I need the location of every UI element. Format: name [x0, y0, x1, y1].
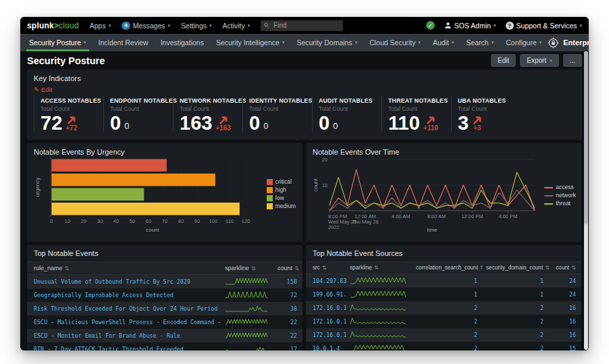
drilldown-link[interactable]: 199.66.91.253 [313, 291, 346, 298]
cell-src[interactable]: 172.16.0.149 [306, 328, 346, 342]
drilldown-link[interactable]: 10.0.1.4 [313, 345, 340, 350]
cell-security-domain-count[interactable]: 2 [483, 342, 549, 350]
nav-item-configure[interactable]: Configure▾ [500, 34, 548, 51]
health-status-icon[interactable]: ✓ [426, 21, 435, 30]
cell-src[interactable]: 172.16.0.127 [306, 301, 346, 315]
drilldown-link[interactable]: ESCU - Monitor Email For Brand Abuse - R… [34, 332, 180, 339]
cell-correlation-search-count[interactable]: 1 [413, 288, 483, 301]
kpi-audit-notables[interactable]: AUDIT NOTABLESTotal Count00 [312, 96, 381, 132]
cell-src[interactable]: 104.207.83.63 [306, 274, 346, 288]
table-row[interactable]: ESCU - Monitor Email For Brand Abuse - R… [27, 329, 302, 342]
cell-count[interactable]: 22 [274, 315, 302, 329]
topbar-item-activity[interactable]: Activity▾ [223, 22, 250, 30]
cell-security-domain-count[interactable]: 2 [483, 301, 549, 315]
cell-count[interactable]: 24 [549, 274, 581, 288]
cell-correlation-search-count[interactable]: 2 [413, 328, 483, 342]
nav-item-investigations[interactable]: Investigations [155, 34, 210, 51]
splunk-cloud-logo[interactable]: splunk>cloud [27, 21, 79, 30]
table-row[interactable]: 172.16.0.1492216 [306, 328, 581, 342]
overtime-line-chart[interactable]: 10208:00 PMWed May 25202212:00 AMThu May… [313, 156, 538, 232]
column-header-count[interactable]: count⇅ [549, 262, 581, 274]
table-row[interactable]: 172.16.0.132216 [306, 315, 581, 328]
topbar-item-settings[interactable]: Settings▾ [181, 22, 211, 30]
cell-correlation-search-count[interactable]: 1 [413, 274, 483, 288]
cell-security-domain-count[interactable]: 2 [483, 328, 549, 342]
table-row[interactable]: Risk Threshold Exceeded For Object Over … [27, 302, 302, 315]
drilldown-link[interactable]: 104.207.83.63 [313, 278, 346, 284]
cell-rule-name[interactable]: ESCU - Monitor Email For Brand Abuse - R… [27, 329, 221, 342]
drilldown-link[interactable]: 172.16.0.149 [313, 332, 346, 338]
cell-security-domain-count[interactable]: 2 [483, 315, 549, 328]
kpi-access-notables[interactable]: ACCESS NOTABLESTotal Count72+72 [34, 96, 103, 132]
table-row[interactable]: 172.16.0.1272216 [306, 301, 581, 315]
cell-src[interactable]: 172.16.0.13 [306, 315, 346, 328]
column-header-correlation-search-count[interactable]: correlation_search_count⇅ [413, 262, 483, 274]
search-box[interactable] [261, 20, 343, 31]
search-input[interactable] [272, 21, 340, 30]
cell-count[interactable]: 72 [274, 288, 302, 302]
cell-src[interactable]: 10.0.1.4 [306, 342, 346, 350]
cell-count[interactable]: 16 [549, 301, 581, 315]
cell-count[interactable]: 17 [274, 342, 302, 350]
cell-correlation-search-count[interactable]: 2 [413, 342, 483, 350]
scrollbar[interactable] [584, 51, 588, 350]
scrollbar-thumb[interactable] [584, 51, 588, 224]
cell-rule-name[interactable]: Unusual Volume of Outbound Traffic By Sr… [27, 275, 221, 289]
cell-rule-name[interactable]: Risk Threshold Exceeded For Object Over … [27, 302, 221, 315]
cell-correlation-search-count[interactable]: 2 [413, 315, 483, 328]
kpi-identity-notables[interactable]: IDENTITY NOTABLESTotal Count00 [242, 96, 312, 132]
topbar-item-messages[interactable]: 4Messages▾ [122, 22, 170, 30]
nav-item-security-intelligence[interactable]: Security Intelligence▾ [210, 34, 290, 51]
table-row[interactable]: Unusual Volume of Outbound Traffic By Sr… [27, 275, 302, 289]
table-row[interactable]: 199.66.91.2531124 [306, 288, 581, 301]
cell-security-domain-count[interactable]: 1 [483, 288, 549, 301]
table-row[interactable]: 104.207.83.631124 [306, 274, 581, 288]
kpi-endpoint-notables[interactable]: ENDPOINT NOTABLESTotal Count00 [103, 96, 173, 132]
cell-rule-name[interactable]: Geographically Improbable Access Detecte… [27, 288, 221, 302]
cell-security-domain-count[interactable]: 1 [483, 274, 549, 288]
topbar-item-apps[interactable]: Apps▾ [90, 22, 111, 30]
table-row[interactable]: 10.0.1.42215 [306, 342, 581, 350]
nav-item-security-posture[interactable]: Security Posture▾ [23, 34, 92, 51]
cell-rule-name[interactable]: RIR - 7 Day ATT&CK Tactic Threshold Exce… [27, 342, 221, 350]
drilldown-link[interactable]: Geographically Improbable Access Detecte… [34, 292, 174, 298]
drilldown-link[interactable]: 172.16.0.127 [313, 305, 346, 311]
kpi-uba-notables[interactable]: UBA NOTABLESTotal Count3+3 [451, 96, 521, 132]
kpi-threat-notables[interactable]: THREAT NOTABLESTotal Count110+110 [381, 96, 451, 132]
cell-count[interactable]: 38 [274, 302, 302, 315]
drilldown-link[interactable]: Risk Threshold Exceeded For Object Over … [34, 305, 217, 312]
nav-item-audit[interactable]: Audit▾ [427, 34, 460, 51]
cell-count[interactable]: 22 [274, 329, 302, 342]
cell-count[interactable]: 16 [549, 328, 581, 342]
kpi-network-notables[interactable]: NETWORK NOTABLESTotal Count163+163 [173, 96, 242, 132]
urgency-bar-chart[interactable]: 0102030405060708090100110120counturgency [34, 156, 257, 232]
nav-item-cloud-security[interactable]: Cloud Security▾ [363, 34, 427, 51]
column-header-src[interactable]: src⇅ [306, 262, 346, 274]
cell-count[interactable]: 15 [549, 342, 581, 350]
export-button[interactable]: Export▾ [520, 54, 558, 67]
column-header-count[interactable]: count⇅ [274, 262, 302, 275]
drilldown-link[interactable]: ESCU - Malicious PowerShell Process - En… [34, 319, 221, 326]
cell-rule-name[interactable]: ESCU - Malicious PowerShell Process - En… [27, 315, 221, 329]
column-header-rule-name[interactable]: rule_name⇅ [27, 262, 221, 275]
edit-button[interactable]: Edit [491, 54, 516, 67]
column-header-sparkline[interactable]: sparkline⇅ [346, 262, 413, 274]
table-row[interactable]: Geographically Improbable Access Detecte… [27, 288, 302, 302]
column-header-sparkline[interactable]: sparkline⇅ [221, 262, 274, 275]
column-header-security-domain-count[interactable]: security_domain_count⇅ [483, 262, 549, 274]
key-indicators-edit-link[interactable]: ✎Edit [34, 86, 52, 93]
more-button[interactable]: ... [563, 54, 582, 67]
drilldown-link[interactable]: RIR - 7 Day ATT&CK Tactic Threshold Exce… [34, 346, 184, 350]
nav-item-security-domains[interactable]: Security Domains▾ [290, 34, 363, 51]
support-menu[interactable]: ? Support & Services ▾ [506, 22, 582, 30]
drilldown-link[interactable]: Unusual Volume of Outbound Traffic By Sr… [34, 278, 190, 285]
table-row[interactable]: ESCU - Malicious PowerShell Process - En… [27, 315, 302, 329]
cell-correlation-search-count[interactable]: 2 [413, 301, 483, 315]
user-menu[interactable]: SOS Admin ▾ [444, 22, 496, 30]
cell-count[interactable]: 24 [549, 288, 581, 301]
cell-count[interactable]: 158 [274, 275, 302, 289]
drilldown-link[interactable]: 172.16.0.13 [313, 318, 346, 325]
nav-item-search[interactable]: Search▾ [460, 34, 500, 51]
cell-src[interactable]: 199.66.91.253 [306, 288, 346, 301]
nav-item-incident-review[interactable]: Incident Review [92, 34, 155, 51]
